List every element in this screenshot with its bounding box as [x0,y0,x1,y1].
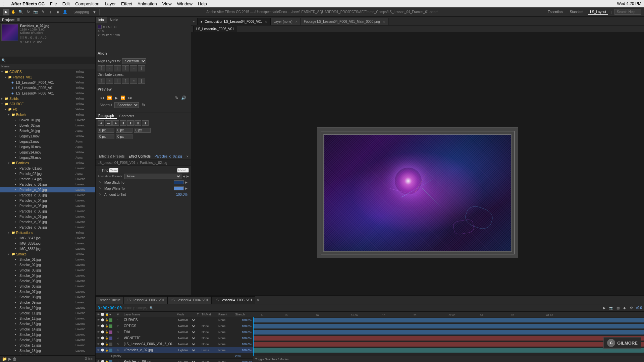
toggle-switches-modes[interactable]: Toggle Switches / Modes [255,358,289,361]
project-search-input[interactable] [7,59,94,62]
para-indent-left[interactable] [98,128,114,133]
lock-3[interactable]: 🔒 [105,330,108,334]
solo-2[interactable]: ⚪ [101,324,104,328]
tree-toggle[interactable]: ▸ [8,231,11,234]
layer-row-2[interactable]: 👁⚪🔒 2 OPTICS Normal None None 100.0% [96,323,253,329]
tree-item-LS-Lesson04-F006-V01[interactable]: ◈LS_Lesson04_F006_V01Yellow [0,90,95,96]
dist-center-h-btn[interactable]: ⎓ [106,78,113,84]
dist-top-btn[interactable]: ⎡ [122,78,129,84]
tree-item-Particles-c-01-jpg[interactable]: ▪Particles_c_01.jpgLavenc [0,182,95,187]
mode-select-6[interactable]: Lighten [177,348,196,352]
opacity-value[interactable]: 25% [235,354,252,358]
tl-tab-f005[interactable]: LS_Lesson04_F005_V01 [124,296,168,304]
tree-item-Frames-V01[interactable]: ▾📁Frames_V01Yellow [0,74,95,80]
tl-tab-render[interactable]: Render Queue [96,296,124,304]
tree-item-Particle-01-jpg[interactable]: ▪Particle_01.jpgLavenc [0,166,95,171]
menu-help[interactable]: Help [198,1,207,6]
tree-item-IMG-8847-jpg[interactable]: ▪IMG_8847.jpgLavenc [0,235,95,241]
tl-zoom-out-icon[interactable]: − [637,357,639,361]
workspace-standard[interactable]: Standard [568,9,586,14]
dist-left-btn[interactable]: ⎤ [98,78,105,84]
align-top-btn[interactable]: ⎡ [122,65,129,71]
pen-tool[interactable]: ✎ [40,9,46,15]
fx-prev-btn[interactable]: ◀ [183,175,185,178]
lock-4[interactable]: 🔒 [105,337,108,340]
prev-last-btn[interactable]: ⏭ [127,96,133,100]
tl-camera-btn[interactable]: 📷 [608,305,614,311]
comp-tab-2[interactable]: Layer (none) ✕ [270,18,301,25]
eye-5[interactable]: 👁 [97,343,100,346]
align-right-btn[interactable]: ⎥ [114,65,121,71]
tree-toggle[interactable]: ▸ [1,97,5,100]
shortcut-select[interactable]: Spacebar [114,102,139,108]
prev-play-btn[interactable]: ▶ [114,96,118,100]
tree-item-Smoke-11-jpg[interactable]: ▪Smoke_11.jpgLavenc [0,310,95,316]
lock-6[interactable]: 🔒 [105,349,108,352]
align-menu-btn[interactable]: ☰ [110,52,112,55]
solo-7[interactable]: ⚪ [101,360,104,362]
menu-file[interactable]: File [50,1,57,6]
tree-toggle[interactable]: ▾ [1,103,5,106]
tree-item-Smoke-17-jpg[interactable]: ▪Smoke_17.jpgLavenc [0,343,95,348]
tree-item-Smoke-01-jpg[interactable]: ▪Smoke_01.jpgLavenc [0,257,95,262]
tree-item-Legacy3-mov[interactable]: ▪Legacy3.movAqua [0,139,95,144]
layer-row-4[interactable]: 👁⚪🔒 4 VIGNETTE Normal None None 100.0% [96,335,253,341]
para-right-btn[interactable]: ▶ [112,120,119,126]
comp-tab-3[interactable]: Footage LS_Lesson04_F006_V01_Main_0000.p… [301,18,388,25]
para-justify-right-btn[interactable]: ▮ [135,120,141,126]
tree-item-Smoke-04-jpg[interactable]: ▪Smoke_04.jpgLavenc [0,273,95,278]
tree-item-Particles-c-08-jpg[interactable]: ▪Particles_c_08.jpgLavenc [0,219,95,225]
search-help-input[interactable] [614,9,641,15]
layer-row-1[interactable]: 👁⚪🔒 1 CURVES Normal None 100.0% [96,317,253,323]
tree-item-Particles[interactable]: ▾📁ParticlesYellow [0,160,95,166]
snapping-btn[interactable]: ▼ [91,9,98,15]
workspace-ls-layout[interactable]: LS_Layout [588,9,608,15]
solo-3[interactable]: ⚪ [101,330,104,334]
tree-item-Bokeh-02-jpg[interactable]: ▪Bokeh_02.jpgLavenc [0,123,95,128]
tree-item-Refractions[interactable]: ▸📁RefractionsYellow [0,230,95,235]
lock-2[interactable]: 🔒 [105,324,108,328]
fx-preset-select[interactable]: None [124,174,181,179]
para-justify-full-btn[interactable]: ▮ [142,120,149,126]
project-menu-btn[interactable]: ☰ [17,18,20,21]
fx-color-swatch-1[interactable] [174,180,184,184]
solo-1[interactable]: ⚪ [101,318,104,322]
effects-close-icon[interactable]: ✕ [186,155,189,158]
shape-tool[interactable]: ■ [54,9,61,15]
para-indent-top[interactable] [134,128,151,133]
mode-select-1[interactable]: Normal [177,318,196,322]
dist-right-btn[interactable]: ⎥ [114,78,121,84]
shortcut-reset-btn[interactable]: ↻ [141,103,146,107]
tree-item-Legacy29-mov[interactable]: ▪Legacy29.movAqua [0,155,95,160]
tree-item-Smoke-14-jpg[interactable]: ▪Smoke_14.jpgLavenc [0,326,95,332]
new-folder-icon[interactable]: 📁 [2,357,7,361]
puppet-tool[interactable]: 👤 [62,9,68,15]
tree-item-Particles-c-03-jpg[interactable]: ▪Particles_c_03.jpgLavenc [0,192,95,198]
camera-tool[interactable]: 📷 [32,9,39,15]
tree-item-Particle-02-jpg[interactable]: ▪Particle_02.jpgAqua [0,171,95,176]
tree-item-Particles-c-05-jpg[interactable]: ▪Particles_c_05.jpgLavenc [0,203,95,208]
align-center-v-btn[interactable]: ⎓ [130,65,137,71]
fx-color-swatch-2[interactable] [174,186,184,190]
eye-3[interactable]: 👁 [97,330,100,334]
lock-1[interactable]: 🔒 [105,318,108,322]
tree-item-Smoke-16-jpg[interactable]: ▪Smoke_16.jpgLavenc [0,337,95,343]
comp-tab-close-2[interactable]: ✕ [295,20,298,23]
tree-item-Bokeh[interactable]: ▾📁BokehYellow [0,112,95,117]
solo-5[interactable]: ⚪ [101,343,104,346]
fx-color-arrow-1[interactable]: ▶ [185,181,187,184]
tree-item-Particles-c-07-jpg[interactable]: ▪Particles_c_07.jpgLavenc [0,214,95,219]
tree-item-Smoke-05-jpg[interactable]: ▪Smoke_05.jpgLavenc [0,278,95,284]
playhead[interactable] [253,317,254,356]
tree-item-Legacy10-mov[interactable]: ▪Legacy10.movAqua [0,144,95,149]
zoom-tool[interactable]: 🔍 [17,9,24,15]
eye-2[interactable]: 👁 [97,324,100,328]
tree-item-COMPS[interactable]: ▾📁COMPSYellow [0,69,95,74]
comp-tab-close-1[interactable]: ✕ [265,20,267,23]
tree-item-LS-Lesson04-F005-V01[interactable]: ◈LS_Lesson04_F005_V01Yellow [0,85,95,90]
prev-back-btn[interactable]: ⏪ [106,96,113,100]
tree-item-IMG-8856-jpg[interactable]: ▪IMG_8856.jpgLavenc [0,241,95,246]
tree-item-LS-Lesson04-F004-V01[interactable]: ◈LS_Lesson04_F004_V01Yellow [0,80,95,85]
fx-value-3[interactable]: 100.0% [176,193,187,196]
eye-1[interactable]: 👁 [97,318,100,322]
